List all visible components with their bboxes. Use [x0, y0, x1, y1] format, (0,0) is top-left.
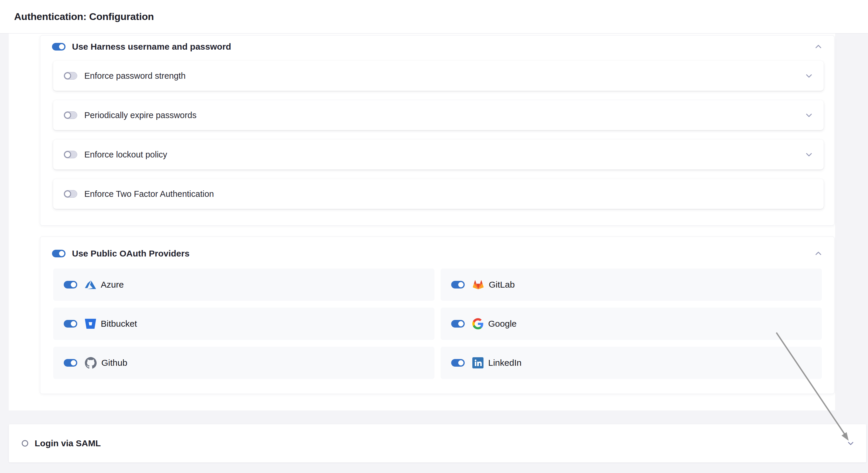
chevron-down-icon	[805, 111, 813, 119]
chevron-up-icon	[814, 42, 823, 51]
password-section-title: Use Harness username and password	[72, 42, 231, 52]
saml-label: Login via SAML	[35, 438, 101, 448]
linkedin-toggle[interactable]	[451, 359, 465, 367]
oauth-provider-linkedin: LinkedIn	[441, 347, 822, 379]
use-password-toggle[interactable]	[52, 43, 65, 51]
row-enforce-two-factor-authentication[interactable]: Enforce Two Factor Authentication	[53, 179, 824, 209]
rule-label: Enforce lockout policy	[84, 150, 167, 160]
oauth-provider-gitlab: GitLab	[441, 269, 822, 301]
linkedin-icon	[472, 357, 484, 369]
gitlab-icon	[472, 279, 484, 290]
bitbucket-icon	[85, 318, 96, 329]
content-area: Use Harness username and password Enforc…	[0, 33, 868, 473]
expire-passwords-toggle[interactable]	[64, 112, 77, 119]
toggle-knob	[457, 281, 464, 288]
toggle-knob	[70, 281, 77, 288]
toggle-knob	[64, 112, 71, 119]
row-enforce-lockout-policy[interactable]: Enforce lockout policy	[53, 139, 824, 169]
row-enforce-password-strength[interactable]: Enforce password strength	[53, 61, 824, 91]
toggle-knob	[64, 151, 71, 158]
chevron-down-icon	[805, 150, 813, 159]
github-toggle[interactable]	[64, 359, 77, 367]
toggle-knob	[58, 250, 65, 257]
azure-icon	[85, 279, 96, 290]
provider-label: Azure	[101, 280, 124, 290]
main-panel: Use Harness username and password Enforc…	[9, 33, 835, 410]
azure-toggle[interactable]	[64, 281, 77, 288]
oauth-section-title: Use Public OAuth Providers	[72, 249, 189, 258]
expand-lockout-policy-button[interactable]	[805, 150, 813, 159]
toggle-knob	[70, 359, 77, 366]
rule-label: Enforce password strength	[84, 71, 186, 81]
page-title: Authentication: Configuration	[14, 11, 154, 22]
page-header: Authentication: Configuration	[0, 0, 868, 33]
toggle-knob	[64, 190, 71, 197]
use-oauth-toggle[interactable]	[52, 250, 65, 257]
enforce-password-strength-toggle[interactable]	[64, 72, 77, 80]
expand-saml-button[interactable]	[847, 440, 855, 447]
oauth-provider-azure: Azure	[53, 269, 434, 301]
provider-label: GitLab	[489, 280, 515, 290]
row-periodically-expire-passwords[interactable]: Periodically expire passwords	[53, 100, 824, 130]
toggle-knob	[70, 320, 77, 327]
oauth-provider-google: Google	[441, 308, 822, 340]
gitlab-toggle[interactable]	[451, 281, 465, 288]
provider-label: Github	[101, 358, 127, 368]
collapse-password-section-button[interactable]	[814, 42, 823, 51]
password-rules-list: Enforce password strength Periodically e…	[40, 55, 834, 209]
provider-label: Bitbucket	[101, 319, 137, 329]
password-section: Use Harness username and password Enforc…	[40, 35, 835, 226]
rule-label: Periodically expire passwords	[84, 111, 196, 120]
toggle-knob	[457, 320, 464, 327]
provider-label: LinkedIn	[488, 358, 521, 368]
google-icon	[472, 318, 484, 329]
saml-section[interactable]: Login via SAML	[9, 424, 866, 463]
collapse-oauth-section-button[interactable]	[814, 249, 823, 258]
chevron-down-icon	[847, 440, 855, 447]
oauth-provider-github: Github	[53, 347, 434, 379]
saml-radio[interactable]	[22, 440, 28, 447]
toggle-knob	[64, 72, 71, 79]
toggle-knob	[58, 43, 65, 50]
github-icon	[85, 357, 97, 369]
oauth-provider-grid: Azure G	[53, 269, 821, 379]
chevron-down-icon	[805, 72, 813, 80]
toggle-knob	[457, 359, 464, 366]
google-toggle[interactable]	[451, 320, 465, 327]
provider-label: Google	[488, 319, 517, 329]
two-factor-toggle[interactable]	[64, 190, 77, 198]
expand-password-strength-button[interactable]	[805, 72, 813, 80]
bitbucket-toggle[interactable]	[64, 320, 77, 327]
oauth-section: Use Public OAuth Providers Azure	[40, 236, 835, 394]
oauth-provider-bitbucket: Bitbucket	[53, 308, 434, 340]
chevron-up-icon	[814, 249, 823, 258]
lockout-policy-toggle[interactable]	[64, 151, 77, 158]
password-section-header: Use Harness username and password	[40, 36, 834, 55]
oauth-section-header: Use Public OAuth Providers	[40, 237, 834, 263]
expand-expire-passwords-button[interactable]	[805, 111, 813, 119]
rule-label: Enforce Two Factor Authentication	[84, 189, 214, 199]
